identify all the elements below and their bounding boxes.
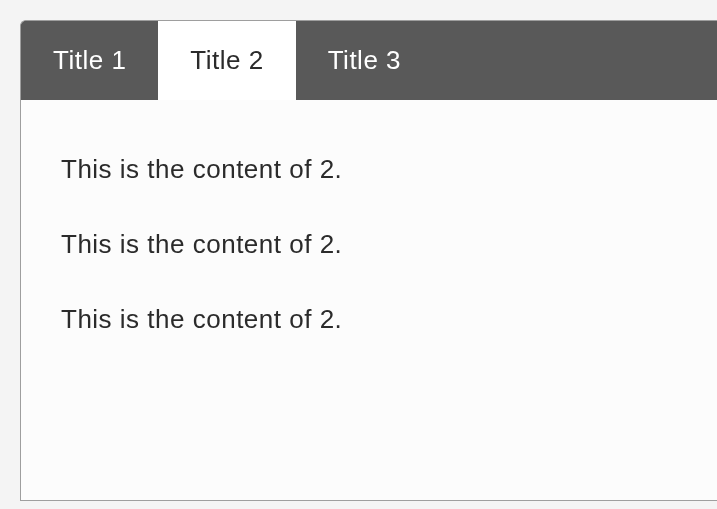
tab-title-1[interactable]: Title 1 [21,21,158,100]
tab-container: Title 1 Title 2 Title 3 This is the cont… [20,20,717,501]
content-line: This is the content of 2. [61,229,680,260]
tab-title-2[interactable]: Title 2 [158,21,295,100]
content-line: This is the content of 2. [61,154,680,185]
tab-title-3[interactable]: Title 3 [296,21,433,100]
content-line: This is the content of 2. [61,304,680,335]
tab-bar: Title 1 Title 2 Title 3 [21,21,717,100]
tab-panel: This is the content of 2. This is the co… [21,100,717,500]
